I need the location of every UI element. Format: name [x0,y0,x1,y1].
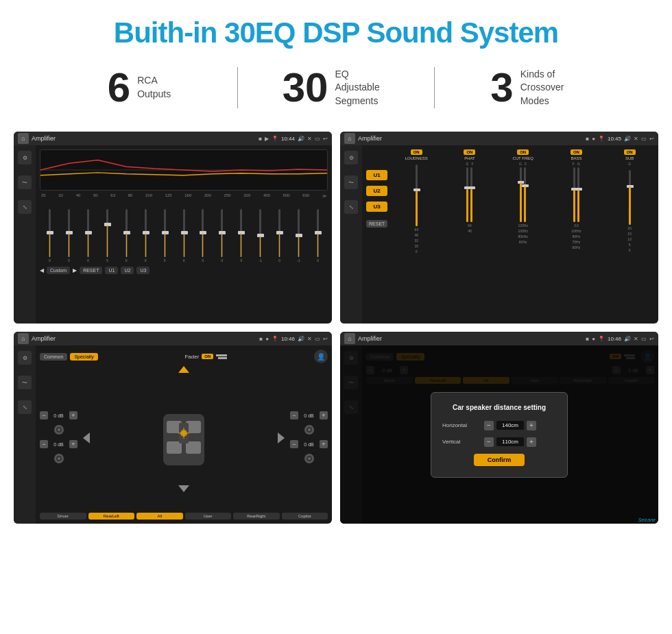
btn-driver[interactable]: Driver [40,513,86,520]
vertical-minus[interactable]: − [484,437,494,447]
confirm-button[interactable]: Confirm [474,454,525,466]
cutfreq-slider-f[interactable] [524,167,526,222]
eq-slider-2[interactable]: 0 [80,209,97,263]
db-plus-br[interactable]: + [320,440,328,448]
btn-copilot[interactable]: Copilot [282,513,328,520]
cutfreq-slider-g[interactable] [520,167,522,222]
eq-slider-6[interactable]: 0 [156,209,173,263]
preset-u2[interactable]: U2 [366,186,387,196]
db-val-bl: 0 dB [50,442,67,447]
pin-icon-2: 📍 [598,136,605,142]
db-minus-tr[interactable]: − [290,411,298,419]
u1-btn[interactable]: U1 [105,267,118,274]
db-control-bl: − 0 dB + [40,440,77,448]
tab-specialty[interactable]: Specialty [70,353,97,361]
sub-slider[interactable] [629,170,631,225]
eq-slider-1[interactable]: 0 [60,209,77,263]
amp-icon-3[interactable]: ⤡ [344,200,358,214]
fader-icon-3[interactable]: ⤡ [18,400,32,414]
bass-sliders [573,167,579,222]
reset-btn-2[interactable]: RESET [366,220,387,228]
loudness-slider[interactable] [416,164,418,226]
db-minus-br[interactable]: − [290,440,298,448]
home-icon-3[interactable]: ⌂ [18,333,29,344]
btn-rearright[interactable]: RearRight [233,513,280,520]
eq-slider-4[interactable]: 0 [118,209,135,263]
bass-slider-g[interactable] [577,167,579,222]
btn-all[interactable]: All [136,513,183,520]
on-badge-cutfreq[interactable]: ON [517,149,529,155]
vertical-plus[interactable]: + [527,437,536,447]
dot-icon-2: ● [592,136,595,142]
eq-slider-3[interactable]: 5 [99,209,116,263]
on-badge-loudness[interactable]: ON [411,149,422,155]
eq-icon-3[interactable]: ⤡ [18,200,32,214]
btn-rearleft[interactable]: RearLeft [88,513,135,520]
db-minus-tl[interactable]: − [40,411,48,419]
fader-icon-2[interactable]: 〜 [18,376,32,389]
x-icon-4: ✕ [634,336,638,342]
db-plus-bl[interactable]: + [69,440,77,448]
eq-slider-11[interactable]: -1 [252,209,269,263]
btn-user[interactable]: User [185,513,232,520]
distance-dialog: Car speaker distance setting Horizontal … [431,392,568,478]
horizontal-minus[interactable]: − [484,421,494,430]
tab-common[interactable]: Common [40,353,67,361]
home-icon-4[interactable]: ⌂ [344,333,355,344]
eq-slider-12[interactable]: 0 [271,209,288,263]
eq-slider-14[interactable]: 0 [309,209,326,263]
down-arrow[interactable] [178,485,189,492]
svg-point-3 [58,428,60,431]
db-val-br: 0 dB [300,442,317,447]
next-arrow[interactable]: ▶ [73,267,77,273]
screen1-title: Amplifier [32,135,256,142]
screen4-title: Amplifier [358,335,583,342]
eq-slider-9[interactable]: 0 [213,209,230,263]
fader-content-area: − 0 dB + − 0 dB + [40,366,328,510]
eq-slider-13[interactable]: -1 [290,209,307,263]
on-badge-phat[interactable]: ON [464,149,475,155]
horizontal-stepper[interactable]: − 140cm + [484,421,536,430]
pin-icon-1: 📍 [272,136,278,142]
fader-on-badge[interactable]: ON [202,354,213,359]
phat-slider-f[interactable] [470,167,472,222]
phat-slider-g[interactable] [466,167,468,222]
user-icon-3[interactable]: 👤 [314,350,328,363]
custom-btn[interactable]: Custom [47,267,70,274]
left-arrow[interactable] [83,432,90,443]
home-icon-1[interactable]: ⌂ [18,133,29,144]
eq-icon-1[interactable]: ⚙ [18,151,32,164]
dot-icon-3: ● [265,336,269,342]
eq-icon-2[interactable]: 〜 [18,175,32,189]
eq-slider-5[interactable]: 0 [137,209,154,263]
rect-icon-4: ▭ [641,336,647,342]
up-arrow[interactable] [178,366,189,373]
amp-icon-1[interactable]: ⚙ [344,151,358,164]
eq-slider-8[interactable]: 0 [195,209,212,263]
amp-icon-2[interactable]: 〜 [344,175,358,189]
col-label-bass: BASS [571,156,581,160]
vertical-stepper[interactable]: − 110cm + [484,437,536,447]
preset-u1[interactable]: U1 [366,170,387,180]
fader-sliders-mini [216,354,227,359]
horizontal-plus[interactable]: + [527,421,536,430]
u3-btn[interactable]: U3 [136,267,149,274]
bass-slider-f[interactable] [573,167,575,222]
eq-slider-0[interactable]: 0 [41,209,58,263]
eq-slider-10[interactable]: 0 [232,209,250,263]
u2-btn[interactable]: U2 [121,267,134,274]
preset-u3[interactable]: U3 [366,202,387,212]
right-arrow[interactable] [278,432,285,443]
prev-arrow[interactable]: ◀ [40,267,44,273]
db-plus-tr[interactable]: + [320,411,328,419]
fader-icon-1[interactable]: ⚙ [18,351,32,365]
eq-slider-7[interactable]: 0 [176,209,193,263]
on-badge-bass[interactable]: ON [571,149,582,155]
fader-left-controls: − 0 dB + − 0 dB + [40,366,77,510]
vol-icon-3: 🔊 [298,336,304,342]
db-minus-bl[interactable]: − [40,440,48,448]
reset-btn[interactable]: RESET [80,267,102,274]
home-icon-2[interactable]: ⌂ [344,133,355,144]
db-plus-tl[interactable]: + [69,411,77,419]
on-badge-sub[interactable]: ON [624,149,636,155]
